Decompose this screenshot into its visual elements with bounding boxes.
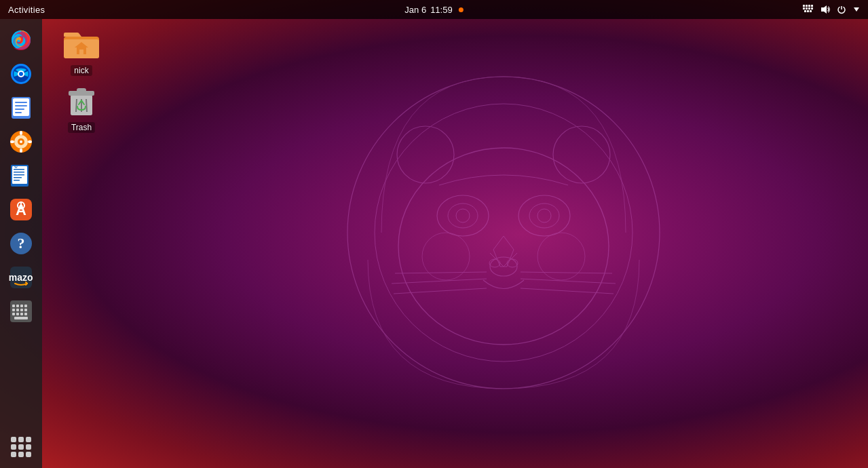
dock-item-libreoffice-writer[interactable]: W [5,160,37,191]
svg-rect-46 [15,112,22,113]
svg-line-94 [76,99,77,112]
svg-point-1 [375,104,633,362]
power-icon[interactable] [837,5,846,14]
svg-point-6 [448,203,478,228]
svg-rect-29 [808,7,810,9]
svg-rect-24 [806,5,808,7]
svg-point-0 [347,77,660,389]
svg-rect-80 [12,313,15,315]
svg-rect-27 [803,7,805,9]
svg-rect-33 [810,10,812,12]
activities-button[interactable]: Activities [8,5,45,15]
svg-rect-54 [28,140,32,143]
trash-label: Trash [68,122,95,133]
topbar: Activities Jan 6 11:59 [0,0,868,19]
svg-rect-57 [14,169,24,170]
svg-rect-81 [16,313,19,315]
svg-marker-22 [493,236,514,267]
dock-item-rhythmbox[interactable] [5,126,37,157]
svg-point-9 [529,203,559,228]
svg-rect-23 [803,5,805,7]
date-label: Jan 6 [404,5,426,15]
desktop-icon-trash[interactable]: Trash [54,84,109,133]
desktop-wallpaper-art [327,56,680,412]
notification-dot [459,7,464,12]
svg-marker-34 [821,5,827,14]
topbar-clock: Jan 6 11:59 [404,5,463,15]
nick-home-label: nick [71,65,92,76]
svg-rect-32 [807,10,809,12]
network-icon[interactable] [803,5,814,14]
svg-line-16 [394,288,487,294]
desktop-icons-area: nick [54,27,109,133]
svg-rect-31 [804,10,806,12]
svg-point-7 [456,209,470,222]
svg-line-18 [521,279,616,284]
system-menu-arrow[interactable] [853,6,860,13]
dock-item-amazon[interactable]: amazon [5,262,37,293]
sound-icon[interactable] [820,5,830,14]
svg-rect-30 [811,7,813,9]
svg-rect-84 [14,317,28,319]
show-apps-button[interactable] [5,431,37,463]
desktop-icon-nick-home[interactable]: nick [54,27,109,76]
svg-line-15 [392,279,487,284]
dock-item-firefox[interactable] [5,24,37,56]
dock: W A ? amazon [0,19,42,468]
svg-point-21 [537,233,585,280]
svg-text:?: ? [18,235,25,252]
svg-rect-43 [15,102,27,103]
time-label: 11:59 [430,5,453,15]
svg-point-10 [537,209,551,222]
show-apps-icon [11,437,31,457]
dock-item-appstore[interactable]: A [5,194,37,225]
svg-rect-45 [15,109,24,110]
svg-rect-82 [20,313,23,315]
svg-line-96 [86,99,87,112]
svg-rect-58 [14,172,24,173]
svg-line-19 [521,288,614,294]
svg-rect-44 [15,105,27,106]
nick-home-icon-img [64,27,99,62]
svg-rect-51 [20,131,22,135]
svg-text:amazon: amazon [9,272,33,283]
dock-item-settings[interactable] [5,296,37,327]
svg-rect-77 [16,309,19,311]
svg-point-20 [422,233,470,280]
svg-point-3 [397,126,454,183]
svg-point-50 [20,140,22,143]
svg-rect-76 [12,309,15,311]
svg-point-2 [398,148,609,345]
svg-rect-89 [79,50,83,54]
svg-point-8 [518,195,570,236]
svg-rect-93 [77,88,86,92]
svg-rect-28 [806,7,808,9]
svg-rect-25 [808,5,810,7]
svg-rect-72 [12,305,15,307]
svg-rect-42 [13,98,29,116]
svg-point-5 [437,195,489,236]
dock-item-notes[interactable] [5,92,37,123]
svg-point-40 [19,72,23,76]
topbar-left: Activities [8,5,45,15]
topbar-right [803,5,860,14]
svg-line-14 [395,272,487,273]
svg-rect-73 [16,305,19,307]
svg-rect-52 [20,149,22,153]
svg-rect-26 [811,5,813,7]
svg-rect-74 [20,305,23,307]
svg-text:W: W [14,165,18,169]
svg-line-17 [521,272,612,273]
desktop: Activities Jan 6 11:59 [0,0,868,468]
svg-point-4 [553,126,610,183]
svg-rect-75 [24,305,27,307]
dock-item-thunderbird[interactable] [5,58,37,90]
svg-marker-35 [854,7,859,12]
svg-rect-61 [14,180,20,181]
dock-item-help[interactable]: ? [5,228,37,259]
svg-rect-60 [14,177,22,178]
svg-rect-53 [10,140,14,143]
trash-icon-img [64,84,99,119]
svg-rect-59 [14,174,24,176]
svg-rect-83 [24,313,27,315]
